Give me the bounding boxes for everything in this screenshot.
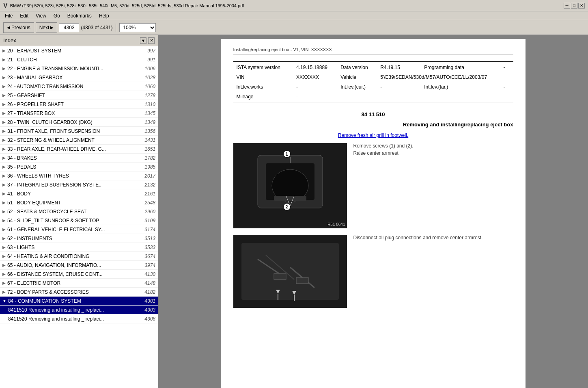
instruction-2-image xyxy=(233,235,347,308)
sidebar-sub-item-1[interactable]: 8411510 Removing and installing _ replac… xyxy=(0,306,158,314)
sidebar-item-s28[interactable]: ▶ 28 - TWIN_CLUTCH GEARBOX (DKG) 1349 xyxy=(0,118,158,127)
vin-label: VIN xyxy=(234,73,293,82)
sidebar-item-s62[interactable]: ▶ 62 - INSTRUMENTS 3513 xyxy=(0,234,158,243)
section-header-row: 84 11 510 Removing and installing/replac… xyxy=(233,107,513,128)
sidebar-label-s32: 32 - STEERING & WHEEL ALIGNMENT xyxy=(7,137,144,143)
sidebar-sub-label-1: 8411510 Removing and installing _ replac… xyxy=(8,307,144,313)
intlev-tar-value: - xyxy=(501,82,513,91)
sidebar-item-s66[interactable]: ▶ 66 - DISTANCE SYSTEM, CRUISE CONT... 4… xyxy=(0,270,158,279)
sidebar-sub-page-2: 4306 xyxy=(144,316,155,322)
sidebar-page-s22: 1006 xyxy=(144,66,155,72)
sidebar-sub-item-2[interactable]: 8411520 Removing and installing _ replac… xyxy=(0,314,158,323)
arrow-icon-s67: ▶ xyxy=(2,281,6,285)
sidebar-item-s32[interactable]: ▶ 32 - STEERING & WHEEL ALIGNMENT 1431 xyxy=(0,136,158,145)
sidebar-item-s37[interactable]: ▶ 37 - INTEGRATED SUSPENSION SYSTE... 21… xyxy=(0,180,158,189)
menu-help[interactable]: Help xyxy=(96,12,112,20)
content-area: Installing/replacing eject box - V1, VIN… xyxy=(158,35,588,388)
mileage-value: - xyxy=(294,92,337,101)
sidebar-page-s52: 2960 xyxy=(144,209,155,215)
menu-bookmarks[interactable]: Bookmarks xyxy=(64,12,95,20)
sidebar-label-s61: 61 - GENERAL VEHICLE ELECTRICAL SY... xyxy=(7,227,144,232)
sidebar-label-s54: 54 - SLIDE_TILT SUNROOF & SOFT TOP xyxy=(7,218,144,223)
svg-rect-4 xyxy=(274,196,306,201)
sidebar-page-s54: 3109 xyxy=(144,218,155,223)
instruction-2-text: Disconnect all plug connections and remo… xyxy=(353,235,513,241)
page-number-input[interactable] xyxy=(59,23,79,32)
arrow-icon-s41: ▶ xyxy=(2,191,6,196)
arrow-icon-s61: ▶ xyxy=(2,227,6,232)
data-version-value: R4.19.15 xyxy=(378,63,421,72)
menu-file[interactable]: File xyxy=(2,12,16,20)
arrow-icon-s36: ▶ xyxy=(2,173,6,178)
fresh-air-grill-link[interactable]: Remove fresh air grill in footwell. xyxy=(233,132,513,138)
sidebar-page-s64: 3674 xyxy=(144,254,155,259)
intlev-cur-label: Int.lev.(cur.) xyxy=(338,82,377,91)
sidebar-label-s36: 36 - WHEELS WITH TYRES xyxy=(7,173,144,179)
svg-rect-14 xyxy=(296,277,308,284)
sidebar-item-s52[interactable]: ▶ 52 - SEATS & MOTORCYCLE SEAT 2960 xyxy=(0,207,158,216)
sidebar-item-s41[interactable]: ▶ 41 - BODY 2161 xyxy=(0,189,158,198)
sidebar-page-s33: 1651 xyxy=(144,146,155,152)
sidebar-item-s23[interactable]: ▶ 23 - MANUAL GEARBOX 1028 xyxy=(0,73,158,82)
sidebar-item-s22[interactable]: ▶ 22 - ENGINE & TRANSMISSION MOUNTI... 1… xyxy=(0,64,158,73)
arrow-icon-s63: ▶ xyxy=(2,245,6,249)
sidebar-page-s66: 4130 xyxy=(144,271,155,277)
sidebar-label-s20: 20 - EXHAUST SYSTEM xyxy=(7,48,147,54)
sidebar-label-s34: 34 - BRAKES xyxy=(7,155,144,161)
sidebar-item-s63[interactable]: ▶ 63 - LIGHTS 3533 xyxy=(0,243,158,252)
page-total: (4303 of 4431) xyxy=(81,25,112,30)
sidebar-label-s65: 65 - AUDIO, NAVIGATION, INFORMATIO... xyxy=(7,262,144,268)
sidebar-page-s27: 1345 xyxy=(144,111,155,116)
sidebar-label-s72: 72 - BODY PARTS & ACCESSORIES xyxy=(7,289,144,295)
sidebar-item-s36[interactable]: ▶ 36 - WHEELS WITH TYRES 2017 xyxy=(0,171,158,180)
sidebar-item-s64[interactable]: ▶ 64 - HEATING & AIR CONDITIONING 3674 xyxy=(0,252,158,261)
title-bar: V BMW (E39) 520i, 523i, 525i, 528i, 530i… xyxy=(0,0,588,11)
menu-edit[interactable]: Edit xyxy=(17,12,32,20)
sidebar-item-s34[interactable]: ▶ 34 - BRAKES 1782 xyxy=(0,154,158,163)
instruction-2-caption: Disconnect all plug connections and remo… xyxy=(353,235,513,241)
sidebar-item-s51[interactable]: ▶ 51 - BODY EQUIPMENT 2548 xyxy=(0,198,158,207)
zoom-select[interactable]: 100% 50% 75% 125% 150% 200% xyxy=(119,23,156,32)
sidebar-item-s65[interactable]: ▶ 65 - AUDIO, NAVIGATION, INFORMATIO... … xyxy=(0,261,158,270)
intlev-works-label: Int.lev.works xyxy=(234,82,293,91)
sidebar-label-s64: 64 - HEATING & AIR CONDITIONING xyxy=(7,254,144,259)
sidebar-item-s54[interactable]: ▶ 54 - SLIDE_TILT SUNROOF & SOFT TOP 310… xyxy=(0,216,158,225)
sidebar-item-s26[interactable]: ▶ 26 - PROPELLER SHAFT 1310 xyxy=(0,100,158,109)
close-button[interactable]: ✕ xyxy=(578,3,585,9)
arrow-icon-s21: ▶ xyxy=(2,57,6,62)
section-title: Removing and installing/replacing eject … xyxy=(233,121,513,128)
sidebar-item-s72[interactable]: ▶ 72 - BODY PARTS & ACCESSORIES 4182 xyxy=(0,288,158,297)
sidebar-label-s37: 37 - INTEGRATED SUSPENSION SYSTE... xyxy=(7,182,144,188)
menu-go[interactable]: Go xyxy=(50,12,63,20)
sidebar-item-s27[interactable]: ▶ 27 - TRANSFER BOX 1345 xyxy=(0,109,158,118)
sidebar-item-s31[interactable]: ▶ 31 - FRONT AXLE, FRONT SUSPENSION 1356 xyxy=(0,127,158,136)
arrow-icon-s32: ▶ xyxy=(2,138,6,142)
arrow-icon-s25: ▶ xyxy=(2,93,6,98)
sidebar-list[interactable]: ▶ 20 - EXHAUST SYSTEM 997 ▶ 21 - CLUTCH … xyxy=(0,46,158,388)
sidebar-close-btn[interactable]: ✕ xyxy=(148,37,155,44)
img1-code: R51 0641 xyxy=(327,222,345,227)
menu-view[interactable]: View xyxy=(32,12,50,20)
sidebar-label-s24: 24 - AUTOMATIC TRANSMISSION xyxy=(7,84,144,89)
arrow-icon-s84: ▼ xyxy=(2,299,6,303)
img1-label-2: 2 xyxy=(283,203,291,210)
maximize-button[interactable]: □ xyxy=(571,3,577,9)
sidebar-item-s84[interactable]: ▼ 84 - COMMUNICATION SYSTEM 4301 xyxy=(0,297,158,306)
sidebar-item-s24[interactable]: ▶ 24 - AUTOMATIC TRANSMISSION 1060 xyxy=(0,82,158,91)
next-button[interactable]: Next ▶ xyxy=(36,22,58,33)
sidebar-item-s25[interactable]: ▶ 25 - GEARSHIFT 1278 xyxy=(0,91,158,100)
sidebar-item-s67[interactable]: ▶ 67 - ELECTRIC MOTOR 4148 xyxy=(0,279,158,288)
minimize-button[interactable]: ─ xyxy=(564,3,570,9)
sidebar-item-s35[interactable]: ▶ 35 - PEDALS 1985 xyxy=(0,163,158,171)
arrow-icon-s31: ▶ xyxy=(2,129,6,133)
intlev-works-value: - xyxy=(294,82,337,91)
sidebar-dropdown-btn[interactable]: ▼ xyxy=(140,37,146,44)
sidebar-item-s33[interactable]: ▶ 33 - REAR AXLE, REAR-WHEEL DRIVE, G...… xyxy=(0,145,158,154)
sidebar-item-s20[interactable]: ▶ 20 - EXHAUST SYSTEM 997 xyxy=(0,46,158,55)
previous-button[interactable]: ◀ Previous xyxy=(3,22,34,33)
sidebar-item-s21[interactable]: ▶ 21 - CLUTCH 991 xyxy=(0,55,158,64)
programming-value: - xyxy=(501,63,513,72)
sidebar-item-s61[interactable]: ▶ 61 - GENERAL VEHICLE ELECTRICAL SY... … xyxy=(0,225,158,234)
document-page: Installing/replacing eject box - V1, VIN… xyxy=(221,39,526,388)
sidebar: Index ▼ ✕ ▶ 20 - EXHAUST SYSTEM 997 ▶ 21… xyxy=(0,35,158,388)
